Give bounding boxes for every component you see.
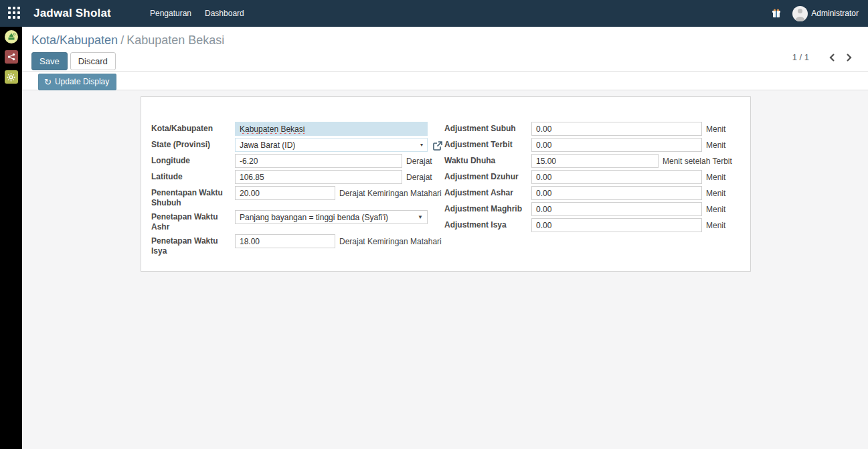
field-row-state: State (Provinsi) Jawa Barat (ID) ▾ (151, 138, 444, 152)
apps-grid-icon (8, 7, 20, 21)
external-link-icon[interactable] (433, 140, 442, 151)
latitude-label: Latitude (151, 170, 232, 182)
shubuh-label: Penentapan Waktu Shubuh (151, 186, 232, 208)
waktu-dhuha-unit: Menit setelah Terbit (663, 156, 732, 166)
ashr-select-value: Panjang bayangan = tinggi benda (Syafi'i… (240, 213, 388, 222)
breadcrumb: Kota/Kabupaten/Kabupaten Bekasi (31, 33, 857, 48)
kota-label: Kota/Kabupaten (151, 122, 232, 134)
adj-maghrib-label: Adjustment Maghrib (444, 202, 529, 214)
jadwal-sholat-app-icon[interactable] (5, 30, 18, 43)
adj-subuh-input[interactable] (531, 122, 702, 136)
pager-next-button[interactable] (841, 54, 857, 62)
discard-button[interactable]: Discard (70, 52, 116, 70)
breadcrumb-separator: / (118, 33, 126, 47)
user-avatar[interactable] (792, 6, 808, 21)
chevron-down-icon: ▾ (420, 142, 423, 148)
shubuh-input[interactable] (235, 186, 335, 200)
app-brand-title: Jadwal Sholat (33, 7, 111, 20)
ashr-label: Penetapan Waktu Ashr (151, 210, 232, 232)
longitude-input[interactable] (235, 154, 402, 168)
chevron-right-icon (846, 54, 852, 62)
breadcrumb-current: Kabupaten Bekasi (126, 33, 224, 47)
update-display-button[interactable]: ↻ Update Display (38, 74, 116, 90)
adj-ashar-label: Adjustment Ashar (444, 186, 529, 198)
form-column-left: Kota/Kabupaten State (Provinsi) Jawa Bar… (151, 122, 444, 271)
update-display-label: Update Display (55, 77, 109, 86)
field-row-ashr: Penetapan Waktu Ashr Panjang bayangan = … (151, 210, 444, 232)
ashr-select[interactable]: Panjang bayangan = tinggi benda (Syafi'i… (235, 210, 428, 224)
shubuh-unit: Derajat Kemiringan Matahari (339, 188, 442, 198)
kota-input[interactable] (235, 122, 428, 136)
adj-isya-unit: Menit (706, 220, 725, 230)
form-button-box: ↻ Update Display (22, 72, 868, 90)
adj-terbit-unit: Menit (706, 140, 725, 150)
isya-setting-input[interactable] (235, 234, 335, 248)
state-select-value: Jawa Barat (ID) (240, 141, 295, 150)
content-area: Kota/Kabupaten/Kabupaten Bekasi Save Dis… (22, 27, 868, 449)
control-panel: Kota/Kabupaten/Kabupaten Bekasi Save Dis… (22, 27, 868, 72)
field-row-waktu-dhuha: Waktu Dhuha Menit setelah Terbit (444, 154, 732, 168)
control-panel-buttons: Save Discard (31, 52, 857, 70)
adj-subuh-label: Adjustment Subuh (444, 122, 529, 134)
state-select[interactable]: Jawa Barat (ID) ▾ (235, 138, 428, 152)
adj-ashar-unit: Menit (706, 188, 725, 198)
field-row-kota: Kota/Kabupaten (151, 122, 444, 136)
field-row-adj-maghrib: Adjustment Maghrib Menit (444, 202, 732, 216)
pager: 1 / 1 (792, 52, 857, 62)
latitude-input[interactable] (235, 170, 402, 184)
adj-maghrib-unit: Menit (706, 204, 725, 214)
field-row-adj-dzuhur: Adjustment Dzuhur Menit (444, 170, 732, 184)
menu-dashboard[interactable]: Dashboard (198, 0, 251, 27)
adj-dzuhur-input[interactable] (531, 170, 702, 184)
isya-setting-unit: Derajat Kemiringan Matahari (339, 236, 442, 246)
isya-setting-label: Penetapan Waktu Isya (151, 234, 232, 256)
form-column-right: Adjustment Subuh Menit Adjustment Terbit… (444, 122, 732, 271)
adj-ashar-input[interactable] (531, 186, 702, 200)
longitude-unit: Derajat (406, 156, 432, 166)
settings-app-icon[interactable] (5, 70, 18, 84)
pager-count: 1 / 1 (792, 52, 809, 62)
chevron-left-icon (829, 54, 835, 62)
waktu-dhuha-input[interactable] (531, 154, 659, 168)
adj-terbit-label: Adjustment Terbit (444, 138, 529, 150)
top-navbar: Jadwal Sholat Pengaturan Dashboard Admin… (0, 0, 868, 27)
main-area: Kota/Kabupaten State (Provinsi) Jawa Bar… (22, 90, 868, 448)
user-name[interactable]: Administrator (811, 9, 859, 18)
field-row-adj-terbit: Adjustment Terbit Menit (444, 138, 732, 152)
field-row-longitude: Longitude Derajat (151, 154, 444, 168)
app-sidebar (0, 27, 22, 449)
field-row-adj-subuh: Adjustment Subuh Menit (444, 122, 732, 136)
menu-pengaturan[interactable]: Pengaturan (143, 0, 198, 27)
gift-icon[interactable] (772, 9, 781, 18)
select-arrow-icon: ▼ (418, 214, 423, 220)
adj-isya-label: Adjustment Isya (444, 218, 529, 230)
state-label: State (Provinsi) (151, 138, 232, 150)
form-sheet: Kota/Kabupaten State (Provinsi) Jawa Bar… (141, 96, 751, 272)
adj-dzuhur-unit: Menit (706, 172, 725, 182)
latitude-unit: Derajat (406, 172, 432, 182)
modules-app-icon[interactable] (5, 50, 18, 64)
breadcrumb-parent-link[interactable]: Kota/Kabupaten (31, 33, 118, 47)
field-row-shubuh: Penentapan Waktu Shubuh Derajat Kemiring… (151, 186, 444, 208)
adj-subuh-unit: Menit (706, 124, 725, 134)
apps-menu-button[interactable] (5, 5, 23, 22)
top-menus: Pengaturan Dashboard (143, 0, 251, 27)
adj-terbit-input[interactable] (531, 138, 702, 152)
field-row-latitude: Latitude Derajat (151, 170, 444, 184)
field-row-adj-isya: Adjustment Isya Menit (444, 218, 732, 232)
pager-previous-button[interactable] (824, 54, 841, 62)
refresh-icon: ↻ (44, 78, 52, 86)
adj-maghrib-input[interactable] (531, 202, 702, 216)
waktu-dhuha-label: Waktu Dhuha (444, 154, 529, 166)
longitude-label: Longitude (151, 154, 232, 166)
save-button[interactable]: Save (31, 52, 68, 70)
field-row-adj-ashar: Adjustment Ashar Menit (444, 186, 732, 200)
adj-isya-input[interactable] (531, 218, 702, 232)
field-row-isya-setting: Penetapan Waktu Isya Derajat Kemiringan … (151, 234, 444, 256)
adj-dzuhur-label: Adjustment Dzuhur (444, 170, 529, 182)
